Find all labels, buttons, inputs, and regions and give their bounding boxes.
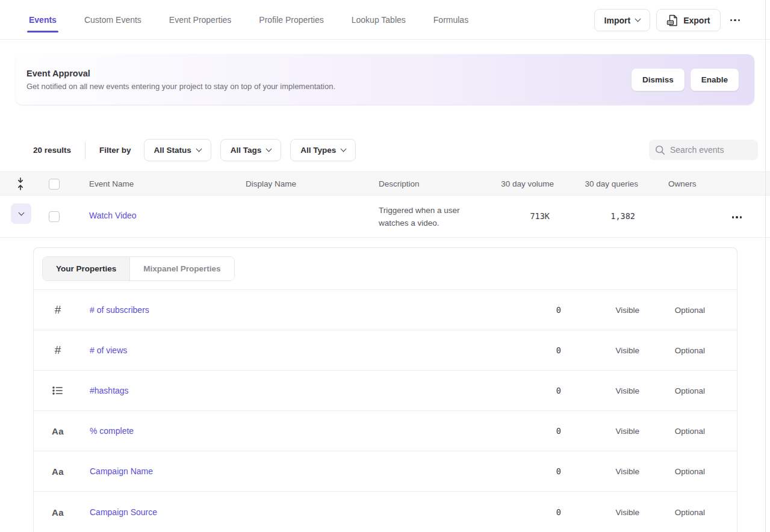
column-30-day-volume: 30 day volume [501,172,554,196]
property-requirement: Optional [675,507,705,516]
nav-tab-lookup-tables[interactable]: Lookup Tables [352,0,406,39]
svg-text:csv: csv [668,21,673,24]
property-name-link[interactable]: % complete [90,426,134,436]
property-value: 0 [556,386,561,395]
property-requirement: Optional [675,467,705,476]
filter-dropdown-all-status[interactable]: All Status [144,139,211,161]
column-30-day-queries: 30 day queries [585,172,638,196]
search-box[interactable] [649,140,758,160]
properties-panel: Your PropertiesMixpanel Properties # # o… [33,247,737,532]
import-button[interactable]: Import [594,9,651,31]
collapse-all-icon[interactable] [16,178,25,190]
row-checkbox[interactable] [49,211,60,222]
column-owners: Owners [668,172,697,196]
filter-dropdown-all-tags[interactable]: All Tags [220,139,282,161]
nav-tab-events[interactable]: Events [29,0,57,39]
column-event-name: Event Name [89,172,134,196]
property-name-link[interactable]: Campaign Source [90,507,157,517]
chevron-down-icon [266,146,272,152]
filter-by-label: Filter by [99,146,131,155]
text-type-icon: Aa [52,466,64,477]
panel-tab-mixpanel-properties[interactable]: Mixpanel Properties [129,257,234,280]
enable-button[interactable]: Enable [691,69,739,91]
property-row-of-views: # # of views 0 Visible Optional [34,330,737,371]
text-type-icon: Aa [52,507,64,517]
number-type-icon: # [55,303,61,317]
filter-row: 20 results Filter by All Status All Tags… [0,139,770,161]
collapse-row-button[interactable] [11,203,31,224]
text-type-icon: Aa [52,426,64,436]
panel-tabs: Your PropertiesMixpanel Properties [42,256,235,281]
nav-tab-profile-properties[interactable]: Profile Properties [259,0,323,39]
property-visibility: Visible [615,467,639,476]
property-name-link[interactable]: # of views [90,345,127,355]
event-approval-banner: Event Approval Get notified on all new e… [16,54,754,105]
topnav-actions: Import csv Export [594,9,744,31]
property-rows: # # of subscribers 0 Visible Optional # … [34,290,737,532]
property-row-campaign-name: Aa Campaign Name 0 Visible Optional [34,451,737,492]
event-description: Triggered when a user watches a video. [379,204,460,229]
content-right-border [765,0,766,532]
nav-tab-formulas[interactable]: Formulas [433,0,468,39]
property-requirement: Optional [675,386,705,395]
banner-subtitle: Get notified on all new events entering … [26,82,335,91]
nav-tab-event-properties[interactable]: Event Properties [169,0,232,39]
nav-tab-custom-events[interactable]: Custom Events [84,0,141,39]
property-row-of-subscribers: # # of subscribers 0 Visible Optional [34,290,737,330]
results-count: 20 results [33,146,71,155]
property-requirement: Optional [675,427,705,436]
property-name-link[interactable]: #hashtags [90,386,129,395]
property-row-hashtags: #hashtags 0 Visible Optional [34,371,737,411]
number-type-icon: # [55,344,61,357]
event-row-watch-video: Watch Video Triggered when a user watche… [0,196,770,238]
property-visibility: Visible [615,306,639,315]
property-value: 0 [556,345,561,355]
events-table-header: Event Name Display Name Description 30 d… [0,172,770,196]
panel-tab-your-properties[interactable]: Your Properties [43,257,129,280]
property-value: 0 [556,507,561,517]
filter-dropdowns: All Status All Tags All Types [144,139,365,161]
property-visibility: Visible [615,427,639,436]
column-display-name: Display Name [246,172,296,196]
more-options-icon[interactable] [727,13,744,28]
filter-dropdown-all-types[interactable]: All Types [290,139,356,161]
column-description: Description [379,172,420,196]
property-row-campaign-source: Aa Campaign Source 0 Visible Optional [34,492,737,532]
event-30-day-volume: 713K [530,211,550,221]
property-name-link[interactable]: Campaign Name [90,466,153,476]
property-visibility: Visible [615,346,639,355]
banner-title: Event Approval [26,69,335,78]
property-name-link[interactable]: # of subscribers [90,305,149,315]
search-icon [655,145,665,155]
top-navigation: EventsCustom EventsEvent PropertiesProfi… [0,0,770,40]
property-value: 0 [556,305,561,315]
export-button[interactable]: csv Export [656,9,720,31]
chevron-down-icon [341,146,347,152]
property-requirement: Optional [675,346,705,355]
property-requirement: Optional [675,306,705,315]
dismiss-button[interactable]: Dismiss [632,69,685,91]
list-type-icon [52,386,63,395]
property-visibility: Visible [615,507,639,516]
nav-tabs: EventsCustom EventsEvent PropertiesProfi… [29,0,468,39]
row-more-options-icon[interactable] [728,210,746,224]
csv-file-icon: csv [666,14,678,26]
select-all-checkbox[interactable] [49,179,60,190]
property-value: 0 [556,466,561,476]
property-visibility: Visible [615,386,639,395]
chevron-down-icon [635,16,641,22]
event-name-link[interactable]: Watch Video [89,211,137,220]
property-value: 0 [556,426,561,436]
chevron-down-icon [18,209,24,215]
search-input[interactable] [670,145,748,155]
event-30-day-queries: 1,382 [610,211,635,221]
chevron-down-icon [196,146,202,152]
divider [85,141,85,159]
property-row-complete: Aa % complete 0 Visible Optional [34,411,737,451]
